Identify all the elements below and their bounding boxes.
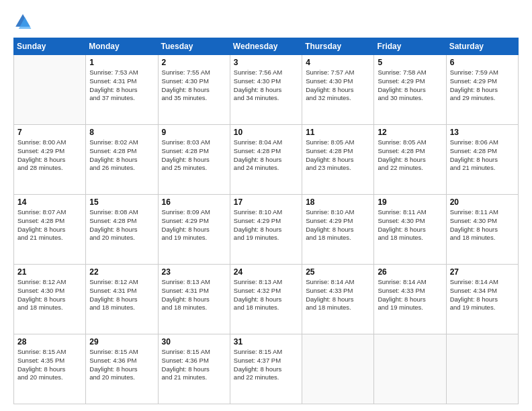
week-row: 1Sunrise: 7:53 AM Sunset: 4:31 PM Daylig… (14, 55, 519, 125)
calendar-cell: 21Sunrise: 8:12 AM Sunset: 4:30 PM Dayli… (14, 265, 86, 334)
day-number: 3 (234, 58, 299, 67)
calendar-cell: 1Sunrise: 7:53 AM Sunset: 4:31 PM Daylig… (86, 55, 158, 125)
day-number: 20 (450, 197, 515, 207)
day-number: 22 (89, 267, 154, 277)
calendar-cell: 7Sunrise: 8:00 AM Sunset: 4:29 PM Daylig… (14, 125, 86, 195)
day-info: Sunrise: 8:15 AM Sunset: 4:36 PM Dayligh… (89, 348, 154, 382)
weekday-header: Monday (86, 38, 158, 55)
calendar-cell: 12Sunrise: 8:05 AM Sunset: 4:28 PM Dayli… (374, 125, 446, 195)
weekday-header: Tuesday (158, 38, 230, 55)
day-info: Sunrise: 8:12 AM Sunset: 4:31 PM Dayligh… (89, 278, 154, 312)
day-number: 7 (17, 128, 83, 137)
day-number: 4 (306, 58, 371, 67)
week-row: 14Sunrise: 8:07 AM Sunset: 4:28 PM Dayli… (14, 195, 519, 265)
day-info: Sunrise: 8:10 AM Sunset: 4:29 PM Dayligh… (306, 208, 371, 242)
calendar-cell: 25Sunrise: 8:14 AM Sunset: 4:33 PM Dayli… (302, 265, 374, 334)
day-number: 15 (89, 197, 154, 207)
calendar: SundayMondayTuesdayWednesdayThursdayFrid… (13, 38, 519, 404)
day-info: Sunrise: 8:04 AM Sunset: 4:28 PM Dayligh… (234, 138, 299, 173)
calendar-cell: 24Sunrise: 8:13 AM Sunset: 4:32 PM Dayli… (230, 265, 302, 334)
week-row: 28Sunrise: 8:15 AM Sunset: 4:35 PM Dayli… (14, 334, 519, 404)
calendar-cell: 13Sunrise: 8:06 AM Sunset: 4:28 PM Dayli… (446, 125, 518, 195)
week-row: 21Sunrise: 8:12 AM Sunset: 4:30 PM Dayli… (14, 265, 519, 334)
day-number: 10 (234, 128, 299, 137)
day-number: 16 (162, 197, 227, 207)
calendar-cell: 22Sunrise: 8:12 AM Sunset: 4:31 PM Dayli… (86, 265, 158, 334)
calendar-cell (374, 334, 446, 404)
calendar-cell: 30Sunrise: 8:15 AM Sunset: 4:36 PM Dayli… (158, 334, 230, 404)
day-info: Sunrise: 8:03 AM Sunset: 4:28 PM Dayligh… (162, 138, 227, 173)
calendar-cell: 2Sunrise: 7:55 AM Sunset: 4:30 PM Daylig… (158, 55, 230, 125)
day-number: 14 (17, 197, 83, 207)
weekday-header: Friday (374, 38, 446, 55)
day-number: 5 (378, 58, 443, 67)
day-info: Sunrise: 7:58 AM Sunset: 4:29 PM Dayligh… (378, 68, 443, 103)
week-row: 7Sunrise: 8:00 AM Sunset: 4:29 PM Daylig… (14, 125, 519, 195)
day-info: Sunrise: 8:11 AM Sunset: 4:30 PM Dayligh… (450, 208, 515, 242)
day-info: Sunrise: 8:05 AM Sunset: 4:28 PM Dayligh… (306, 138, 371, 173)
day-info: Sunrise: 8:15 AM Sunset: 4:37 PM Dayligh… (234, 348, 299, 382)
calendar-cell: 16Sunrise: 8:09 AM Sunset: 4:29 PM Dayli… (158, 195, 230, 265)
day-number: 30 (162, 337, 227, 347)
day-number: 11 (306, 128, 371, 137)
calendar-cell (446, 334, 518, 404)
day-number: 26 (378, 267, 443, 277)
calendar-cell: 23Sunrise: 8:13 AM Sunset: 4:31 PM Dayli… (158, 265, 230, 334)
day-info: Sunrise: 8:00 AM Sunset: 4:29 PM Dayligh… (17, 138, 83, 173)
day-info: Sunrise: 7:55 AM Sunset: 4:30 PM Dayligh… (162, 68, 227, 103)
day-info: Sunrise: 8:08 AM Sunset: 4:28 PM Dayligh… (89, 208, 154, 242)
day-info: Sunrise: 8:11 AM Sunset: 4:30 PM Dayligh… (378, 208, 443, 242)
day-number: 25 (306, 267, 371, 277)
calendar-cell: 31Sunrise: 8:15 AM Sunset: 4:37 PM Dayli… (230, 334, 302, 404)
day-info: Sunrise: 8:14 AM Sunset: 4:33 PM Dayligh… (306, 278, 371, 312)
header (13, 12, 519, 31)
calendar-cell: 14Sunrise: 8:07 AM Sunset: 4:28 PM Dayli… (14, 195, 86, 265)
day-number: 12 (378, 128, 443, 137)
day-number: 17 (234, 197, 299, 207)
day-number: 24 (234, 267, 299, 277)
day-info: Sunrise: 8:13 AM Sunset: 4:32 PM Dayligh… (234, 278, 299, 312)
calendar-cell: 15Sunrise: 8:08 AM Sunset: 4:28 PM Dayli… (86, 195, 158, 265)
day-number: 27 (450, 267, 515, 277)
day-number: 9 (162, 128, 227, 137)
calendar-cell: 20Sunrise: 8:11 AM Sunset: 4:30 PM Dayli… (446, 195, 518, 265)
day-number: 19 (378, 197, 443, 207)
day-info: Sunrise: 8:05 AM Sunset: 4:28 PM Dayligh… (378, 138, 443, 173)
day-info: Sunrise: 8:14 AM Sunset: 4:34 PM Dayligh… (450, 278, 515, 312)
day-number: 2 (162, 58, 227, 67)
day-info: Sunrise: 8:09 AM Sunset: 4:29 PM Dayligh… (162, 208, 227, 242)
logo (13, 12, 35, 31)
calendar-cell: 8Sunrise: 8:02 AM Sunset: 4:28 PM Daylig… (86, 125, 158, 195)
weekday-header: Saturday (446, 38, 518, 55)
day-number: 29 (89, 337, 154, 347)
day-number: 28 (17, 337, 83, 347)
calendar-cell: 28Sunrise: 8:15 AM Sunset: 4:35 PM Dayli… (14, 334, 86, 404)
calendar-cell (302, 334, 374, 404)
day-number: 6 (450, 58, 515, 67)
day-info: Sunrise: 8:10 AM Sunset: 4:29 PM Dayligh… (234, 208, 299, 242)
calendar-cell: 5Sunrise: 7:58 AM Sunset: 4:29 PM Daylig… (374, 55, 446, 125)
day-info: Sunrise: 8:06 AM Sunset: 4:28 PM Dayligh… (450, 138, 515, 173)
calendar-cell: 6Sunrise: 7:59 AM Sunset: 4:29 PM Daylig… (446, 55, 518, 125)
calendar-cell: 19Sunrise: 8:11 AM Sunset: 4:30 PM Dayli… (374, 195, 446, 265)
day-info: Sunrise: 8:07 AM Sunset: 4:28 PM Dayligh… (17, 208, 83, 242)
day-info: Sunrise: 8:15 AM Sunset: 4:36 PM Dayligh… (162, 348, 227, 382)
calendar-cell: 26Sunrise: 8:14 AM Sunset: 4:33 PM Dayli… (374, 265, 446, 334)
calendar-cell: 29Sunrise: 8:15 AM Sunset: 4:36 PM Dayli… (86, 334, 158, 404)
calendar-cell (14, 55, 86, 125)
weekday-header: Thursday (302, 38, 374, 55)
day-info: Sunrise: 8:13 AM Sunset: 4:31 PM Dayligh… (162, 278, 227, 312)
calendar-cell: 27Sunrise: 8:14 AM Sunset: 4:34 PM Dayli… (446, 265, 518, 334)
page: SundayMondayTuesdayWednesdayThursdayFrid… (0, 0, 532, 411)
calendar-cell: 18Sunrise: 8:10 AM Sunset: 4:29 PM Dayli… (302, 195, 374, 265)
logo-icon (13, 12, 32, 31)
day-info: Sunrise: 7:56 AM Sunset: 4:30 PM Dayligh… (234, 68, 299, 103)
calendar-cell: 10Sunrise: 8:04 AM Sunset: 4:28 PM Dayli… (230, 125, 302, 195)
day-info: Sunrise: 8:12 AM Sunset: 4:30 PM Dayligh… (17, 278, 83, 312)
weekday-header: Wednesday (230, 38, 302, 55)
day-info: Sunrise: 7:53 AM Sunset: 4:31 PM Dayligh… (89, 68, 154, 103)
day-info: Sunrise: 7:59 AM Sunset: 4:29 PM Dayligh… (450, 68, 515, 103)
day-info: Sunrise: 7:57 AM Sunset: 4:30 PM Dayligh… (306, 68, 371, 103)
calendar-cell: 9Sunrise: 8:03 AM Sunset: 4:28 PM Daylig… (158, 125, 230, 195)
calendar-cell: 3Sunrise: 7:56 AM Sunset: 4:30 PM Daylig… (230, 55, 302, 125)
